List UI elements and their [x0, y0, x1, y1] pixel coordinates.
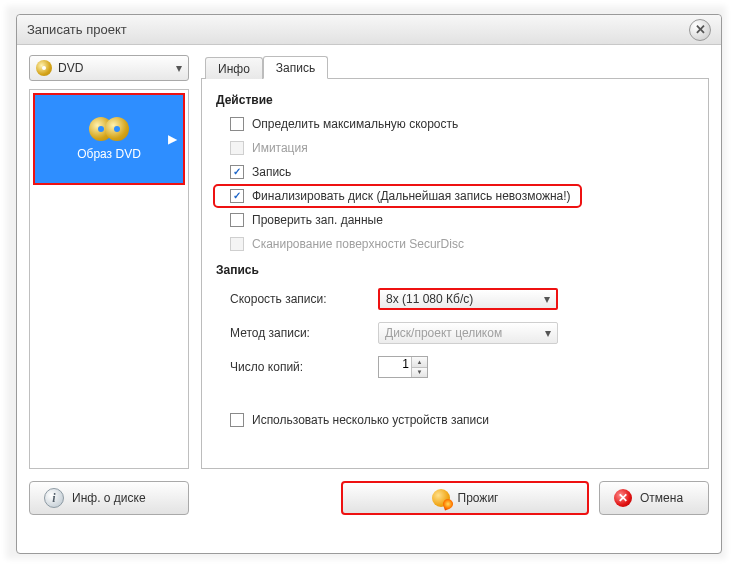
dialog-window: Записать проект ✕ DVD ▾ Образ DVD — [16, 14, 722, 554]
cancel-button[interactable]: ✕ Отмена — [599, 481, 709, 515]
close-icon[interactable]: ✕ — [689, 19, 711, 41]
tab-record[interactable]: Запись — [263, 56, 328, 79]
speed-value: 8x (11 080 Кб/с) — [386, 292, 473, 306]
checkbox-label: Запись — [252, 165, 291, 179]
chevron-down-icon: ▾ — [545, 326, 551, 340]
sidebar-panel: Образ DVD ▶ — [29, 89, 189, 469]
cancel-icon: ✕ — [614, 489, 632, 507]
checkbox-securdisc — [230, 237, 244, 251]
sidebar-item-label: Образ DVD — [77, 147, 141, 161]
checkbox-finalize[interactable] — [230, 189, 244, 203]
tab-info[interactable]: Инфо — [205, 57, 263, 79]
disc-info-button[interactable]: i Инф. о диске — [29, 481, 189, 515]
checkbox-label: Использовать несколько устройств записи — [252, 413, 489, 427]
stepper-up-icon[interactable]: ▲ — [411, 357, 427, 368]
section-action-heading: Действие — [216, 93, 694, 107]
footer: i Инф. о диске Прожиг ✕ Отмена — [29, 475, 709, 515]
checkbox-write[interactable] — [230, 165, 244, 179]
chevron-right-icon: ▶ — [168, 132, 177, 146]
drive-label: DVD — [58, 61, 176, 75]
stepper-down-icon[interactable]: ▼ — [411, 368, 427, 378]
speed-select[interactable]: 8x (11 080 Кб/с) ▾ — [378, 288, 558, 310]
checkbox-multi-device[interactable] — [230, 413, 244, 427]
tab-bar: Инфо Запись — [201, 55, 709, 79]
copies-value: 1 — [402, 357, 409, 371]
checkbox-label: Определить максимальную скорость — [252, 117, 458, 131]
chevron-down-icon: ▾ — [544, 292, 550, 306]
checkbox-label: Сканирование поверхности SecurDisc — [252, 237, 464, 251]
window-title: Записать проект — [27, 22, 689, 37]
burn-button[interactable]: Прожиг — [341, 481, 589, 515]
burn-icon — [432, 489, 450, 507]
copies-label: Число копий: — [230, 360, 370, 374]
checkbox-label: Финализировать диск (Дальнейшая запись н… — [252, 189, 571, 203]
checkbox-label: Имитация — [252, 141, 308, 155]
checkbox-max-speed[interactable] — [230, 117, 244, 131]
button-label: Инф. о диске — [72, 491, 146, 505]
titlebar: Записать проект ✕ — [17, 15, 721, 45]
checkbox-simulation — [230, 141, 244, 155]
checkbox-label: Проверить зап. данные — [252, 213, 383, 227]
section-record-heading: Запись — [216, 263, 694, 277]
method-value: Диск/проект целиком — [385, 326, 502, 340]
tab-page-record: Действие Определить максимальную скорост… — [201, 79, 709, 469]
method-select: Диск/проект целиком ▾ — [378, 322, 558, 344]
drive-select[interactable]: DVD ▾ — [29, 55, 189, 81]
checkbox-verify[interactable] — [230, 213, 244, 227]
chevron-down-icon: ▾ — [176, 61, 182, 75]
button-label: Отмена — [640, 491, 683, 505]
disc-icon — [89, 117, 129, 141]
speed-label: Скорость записи: — [230, 292, 370, 306]
sidebar-item-dvd-image[interactable]: Образ DVD ▶ — [35, 95, 183, 183]
copies-input[interactable]: 1 ▲ ▼ — [378, 356, 428, 378]
info-icon: i — [44, 488, 64, 508]
button-label: Прожиг — [458, 491, 499, 505]
method-label: Метод записи: — [230, 326, 370, 340]
disc-icon — [36, 60, 52, 76]
